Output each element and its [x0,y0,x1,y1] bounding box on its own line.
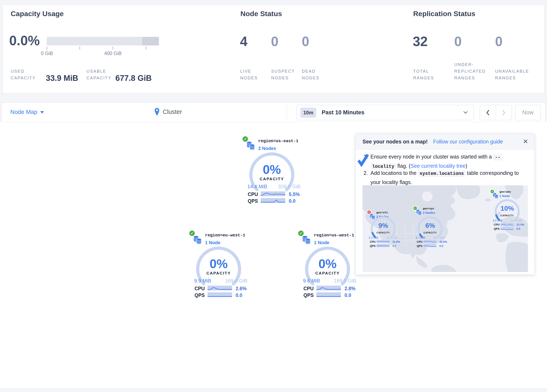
capacity-percent: 0.0% [9,33,40,48]
capacity-percent-value: 0% [251,162,293,177]
now-button[interactable]: Now [515,105,540,120]
used-value: 9.6 MiB [303,278,320,284]
configuration-guide-link[interactable]: Follow our configuration guide [433,139,503,145]
cpu-value: 12.3% [516,223,524,226]
region-nodes-link[interactable]: 1 Node [205,240,220,245]
location-pin-icon [155,108,159,116]
qps-sparkline [261,198,285,203]
replication-status-title: Replication Status [413,10,475,18]
now-button-label: Now [522,109,533,116]
capacity-usage-title: Capacity Usage [11,10,64,18]
geo-nodes-link[interactable]: 2 Nodes [423,211,435,214]
database-nodes-icon [246,141,256,150]
geo-nodes-link[interactable]: 1 Node [499,194,510,198]
toolbar-divider [287,104,287,121]
capacity-percent-value: 6% [417,222,443,229]
cpu-sparkline [424,240,437,243]
region-card-eu-west-1: ✓ region=eu-west-1 1 Node 0% CAPACITY 9.… [188,230,249,301]
suspect-nodes-count: 0 [271,34,279,49]
total-value: 35.1 GiB [387,236,398,239]
chevron-right-icon [502,110,505,115]
view-selector[interactable]: Node Map [10,109,44,115]
region-title: region=us-east-1 [258,139,298,144]
time-forward-button[interactable] [496,105,512,120]
popup-step-2: 2.Add locations to the system.locations … [363,169,529,186]
capacity-values: 3.2 GiB 35.1 GiB [369,236,398,239]
error-badge: 1 [367,210,371,215]
region-card-us-east-1: ✓ region=us-east-1 2 Nodes 0% CAPACITY 1… [241,136,302,207]
time-window-arrows [480,105,512,120]
under-replicated-ranges-label: UNDER-REPLICATEDRANGES [454,61,486,81]
capacity-values: 3.7 GiB 65.7 GiB [416,236,445,239]
caret-down-icon [40,111,44,113]
cpu-sparkline [376,240,390,243]
qps-value: 0.0 [289,198,295,204]
geo-title: geo=nyc [423,207,434,210]
healthy-check-icon: ✓ [490,189,495,194]
qps-value: 0.0 [344,293,351,298]
step-text: your locality flags. [370,179,412,185]
capacity-axis-tick [113,47,113,50]
qps-value: 0.0 [516,227,520,230]
chevron-left-icon [486,110,489,115]
geo-title: geo=ams [499,190,511,193]
qps-label: QPS [195,293,205,298]
region-card-us-west-1: ✓ region=us-west-1 1 Node 0% CAPACITY 9.… [297,230,358,301]
close-icon[interactable]: ✕ [523,138,528,145]
qps-sparkline [424,244,437,247]
nodemap-toolbar: Node Map Cluster 10m Past 10 Minutes No [2,103,545,122]
live-nodes-count: 4 [240,34,247,49]
capacity-gauge-label: CAPACITY [307,271,349,275]
total-ranges-count: 32 [413,34,428,49]
cpu-sparkline [207,286,232,290]
time-back-button[interactable] [480,105,496,120]
used-capacity-value: 33.9 MiB [46,74,78,83]
cluster-overview-page: Capacity Usage 0.0% 0 GiB 400 GiB USEDCA… [0,0,547,392]
time-range-label: Past 10 Minutes [322,109,364,116]
locality-tree-link[interactable]: See current locality tree [410,163,465,169]
capacity-axis-tick [80,47,80,50]
cpu-sparkline [261,191,285,196]
total-value: 169.4 GiB [225,278,247,284]
cpu-value: 2.6% [236,286,246,291]
capacity-values: 3.6 GiB 34.4 GiB [492,219,522,222]
capacity-axis-label-400: 400 GiB [98,51,128,56]
step-text: flag. ( [396,163,410,169]
under-replicated-ranges-count: 0 [454,34,462,49]
cpu-value: 5.5% [289,192,300,197]
capacity-percent-value: 10% [495,205,520,212]
used-capacity-label: USEDCAPACITY [11,68,36,81]
capacity-bar-unusable-segment [142,37,159,45]
node-status-title: Node Status [240,10,282,18]
qps-value: 0.0 [236,293,242,298]
capacity-gauge-label: CAPACITY [371,231,396,234]
capacity-values: 9.6 MiB 169.5 GiB [303,278,356,284]
capacity-percent-value: 0% [198,256,239,271]
view-selector-label: Node Map [10,109,37,115]
region-title: region=eu-west-1 [205,233,245,238]
dead-nodes-count: 0 [302,34,309,49]
time-range-badge: 10m [300,108,316,118]
region-nodes-link[interactable]: 1 Node [314,240,329,245]
qps-label: QPS [370,244,376,248]
region-nodes-link[interactable]: 2 Nodes [258,146,276,151]
used-value: 3.7 GiB [416,236,425,239]
capacity-percent-value: 9% [371,222,396,229]
popup-step-1: 1.Ensure every node in your cluster was … [363,152,525,171]
cpu-label: CPU [195,286,205,291]
qps-sparkline [316,292,341,297]
geo-title: geo=sfo [376,211,388,214]
used-value: 3.6 GiB [492,219,502,222]
capacity-axis-label-0: 0 GiB [32,51,62,56]
cpu-sparkline [316,286,341,290]
total-ranges-label: TOTALRANGES [413,68,434,81]
usable-capacity-value: 677.8 GiB [115,74,152,83]
system-locations-code: system.locations [418,171,465,177]
breadcrumb[interactable]: Cluster [155,108,182,116]
time-range-selector[interactable]: 10m Past 10 Minutes [297,105,474,120]
used-value: 9.9 MiB [194,278,211,284]
breadcrumb-label: Cluster [163,109,182,115]
qps-sparkline [500,227,513,230]
dead-nodes-label: DEADNODES [302,68,319,81]
capacity-gauge-label: CAPACITY [198,271,239,275]
